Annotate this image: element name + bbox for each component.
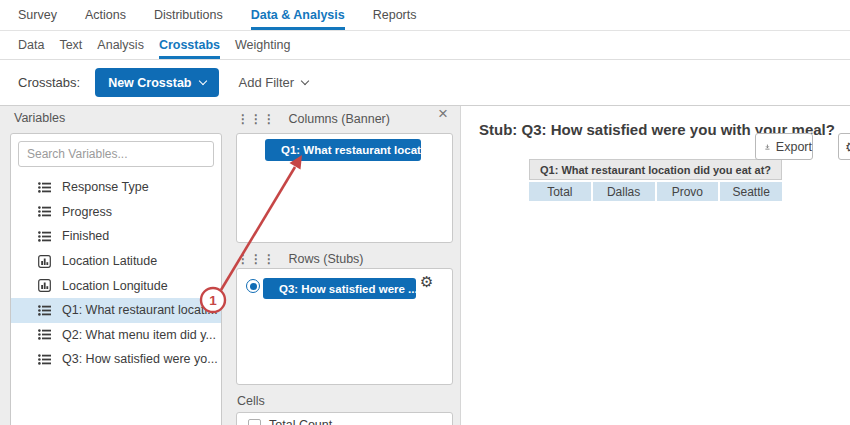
export-button[interactable]: Export	[755, 133, 813, 160]
export-label: Export	[776, 140, 812, 154]
variable-label: Response Type	[62, 180, 149, 194]
tab-crosstabs[interactable]: Crosstabs	[159, 31, 220, 59]
variable-row-finished[interactable]: Finished	[11, 224, 221, 249]
list-icon	[38, 354, 51, 365]
gear-icon: ⚙	[845, 139, 850, 155]
tab-text[interactable]: Text	[59, 31, 82, 59]
crosstabs-page: Survey Actions Distributions Data & Anal…	[0, 0, 850, 425]
tab-data[interactable]: Data	[18, 31, 44, 59]
toolbar: Crosstabs: New Crosstab Add Filter Expor…	[0, 60, 850, 106]
new-crosstab-label: New Crosstab	[108, 76, 191, 90]
rows-chip-q3[interactable]: Q3: How satisfied were ... ×	[263, 278, 416, 299]
variable-label: Q2: What menu item did y...	[62, 328, 216, 342]
columns-banner-header: ⋮⋮⋮ Columns (Banner)	[237, 112, 390, 126]
total-count-checkbox[interactable]	[248, 419, 261, 425]
drag-handle-icon[interactable]: ⋮⋮⋮	[237, 112, 276, 126]
close-icon[interactable]: ×	[438, 105, 448, 123]
total-count-label: Total Count	[269, 418, 332, 425]
variable-row-progress[interactable]: Progress	[11, 200, 221, 225]
drag-handle-icon[interactable]: ⋮⋮⋮	[237, 252, 276, 266]
list-icon	[38, 231, 51, 242]
variable-row-location-latitude[interactable]: Location Latitude	[11, 249, 221, 274]
nav-reports[interactable]: Reports	[373, 0, 417, 30]
new-crosstab-button[interactable]: New Crosstab	[95, 68, 218, 97]
gear-icon[interactable]: ⚙	[420, 273, 433, 291]
crosstab-table: Q1: What restaurant location did you eat…	[527, 157, 784, 203]
rows-dropzone[interactable]: Q3: How satisfied were ... × ⚙	[236, 268, 453, 385]
add-filter-button[interactable]: Add Filter	[239, 75, 309, 90]
column-header-provo: Provo	[657, 182, 719, 201]
radio-dot	[250, 283, 257, 290]
list-icon	[38, 329, 51, 340]
rows-stubs-header: ⋮⋮⋮ Rows (Stubs)	[237, 252, 364, 266]
list-icon	[38, 206, 51, 217]
chip-label: Q3: How satisfied were ...	[279, 283, 416, 295]
variable-row-q3[interactable]: Q3: How satisfied were yo...	[11, 347, 221, 372]
variable-row-q1[interactable]: Q1: What restaurant locati...	[11, 298, 221, 323]
search-input[interactable]	[18, 141, 214, 167]
top-nav: Survey Actions Distributions Data & Anal…	[0, 0, 850, 31]
variable-row-q2[interactable]: Q2: What menu item did y...	[11, 323, 221, 348]
tab-weighting[interactable]: Weighting	[235, 31, 290, 59]
cells-box: Total Count	[236, 412, 453, 425]
download-icon	[765, 141, 770, 153]
crosstabs-label: Crosstabs:	[18, 75, 80, 90]
variable-label: Finished	[62, 229, 109, 243]
column-header-seattle: Seattle	[720, 182, 782, 201]
variable-row-location-longitude[interactable]: Location Longitude	[11, 273, 221, 298]
variables-panel: Response Type Progress Finished Location…	[10, 133, 222, 425]
columns-banner-title: Columns (Banner)	[288, 112, 389, 126]
column-header-dallas: Dallas	[593, 182, 655, 201]
rows-stubs-title: Rows (Stubs)	[288, 252, 363, 266]
variable-label: Q3: How satisfied were yo...	[62, 352, 218, 366]
variable-label: Q1: What restaurant locati...	[62, 303, 218, 317]
list-icon	[38, 182, 51, 193]
nav-actions[interactable]: Actions	[85, 0, 126, 30]
nav-data-analysis[interactable]: Data & Analysis	[251, 0, 345, 30]
variable-row-response-type[interactable]: Response Type	[11, 175, 221, 200]
variable-label: Location Latitude	[62, 254, 157, 268]
variables-title: Variables	[14, 111, 65, 125]
tab-analysis[interactable]: Analysis	[97, 31, 144, 59]
list-icon	[38, 305, 51, 316]
main-area: Variables Response Type Progress Finishe…	[0, 106, 850, 425]
columns-chip-q1[interactable]: Q1: What restaurant locat... ×	[265, 139, 421, 161]
variables-list: Response Type Progress Finished Location…	[11, 175, 221, 372]
cells-title: Cells	[237, 394, 265, 408]
bar-chart-icon	[38, 255, 51, 268]
variable-label: Location Longitude	[62, 279, 168, 293]
variable-label: Progress	[62, 205, 112, 219]
column-header-total: Total	[529, 182, 591, 201]
chevron-down-icon	[198, 76, 206, 84]
bar-chart-icon	[38, 279, 51, 292]
table-banner-header: Q1: What restaurant location did you eat…	[529, 159, 782, 180]
add-filter-label: Add Filter	[239, 75, 295, 90]
sub-nav: Data Text Analysis Crosstabs Weighting	[0, 31, 850, 60]
nav-survey[interactable]: Survey	[18, 0, 57, 30]
stub-radio-button[interactable]	[246, 279, 260, 293]
nav-distributions[interactable]: Distributions	[154, 0, 223, 30]
chevron-down-icon	[301, 76, 309, 84]
chip-label: Q1: What restaurant locat...	[281, 144, 421, 156]
settings-button[interactable]: ⚙	[838, 133, 850, 160]
columns-dropzone[interactable]: Q1: What restaurant locat... ×	[236, 133, 453, 243]
